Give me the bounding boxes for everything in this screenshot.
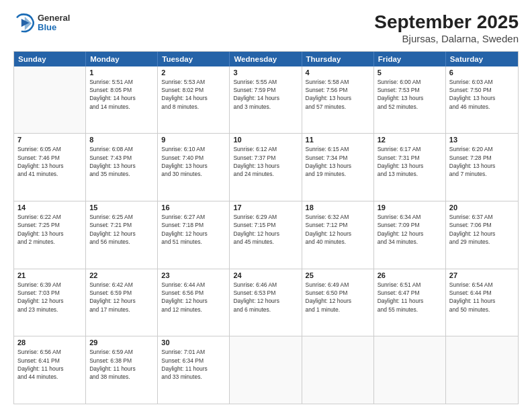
calendar-cell: 29Sunrise: 6:59 AM Sunset: 6:38 PM Dayli… — [86, 336, 158, 404]
calendar-cell: 24Sunrise: 6:46 AM Sunset: 6:53 PM Dayli… — [230, 269, 302, 336]
day-number: 28 — [17, 338, 82, 347]
header-day-wednesday: Wednesday — [230, 52, 302, 66]
calendar-cell: 6Sunrise: 6:03 AM Sunset: 7:50 PM Daylig… — [446, 66, 518, 134]
calendar-cell: 2Sunrise: 5:53 AM Sunset: 8:02 PM Daylig… — [158, 66, 230, 134]
header-day-tuesday: Tuesday — [158, 52, 230, 66]
calendar-cell: 17Sunrise: 6:29 AM Sunset: 7:15 PM Dayli… — [230, 201, 302, 269]
day-info: Sunrise: 6:51 AM Sunset: 6:47 PM Dayligh… — [378, 281, 442, 314]
day-number: 11 — [306, 136, 370, 144]
day-number: 21 — [17, 271, 82, 279]
calendar-body: 1Sunrise: 5:51 AM Sunset: 8:05 PM Daylig… — [14, 66, 518, 404]
calendar-cell — [230, 336, 302, 404]
calendar-cell: 28Sunrise: 6:56 AM Sunset: 6:41 PM Dayli… — [14, 336, 86, 404]
calendar-row-3: 21Sunrise: 6:39 AM Sunset: 7:03 PM Dayli… — [14, 269, 518, 337]
calendar-cell: 10Sunrise: 6:12 AM Sunset: 7:37 PM Dayli… — [230, 134, 302, 201]
logo-general-label: General — [38, 13, 70, 23]
calendar-cell: 21Sunrise: 6:39 AM Sunset: 7:03 PM Dayli… — [14, 269, 86, 336]
day-info: Sunrise: 6:00 AM Sunset: 7:53 PM Dayligh… — [378, 78, 442, 111]
day-number: 23 — [161, 271, 226, 279]
day-info: Sunrise: 7:01 AM Sunset: 6:34 PM Dayligh… — [161, 348, 226, 381]
calendar-cell: 8Sunrise: 6:08 AM Sunset: 7:43 PM Daylig… — [86, 134, 158, 201]
day-info: Sunrise: 6:37 AM Sunset: 7:06 PM Dayligh… — [449, 213, 515, 246]
header-day-sunday: Sunday — [14, 52, 86, 66]
header-day-saturday: Saturday — [446, 52, 518, 66]
day-number: 12 — [378, 136, 442, 144]
calendar-row-2: 14Sunrise: 6:22 AM Sunset: 7:25 PM Dayli… — [14, 201, 518, 269]
day-number: 8 — [89, 136, 154, 144]
day-number: 6 — [449, 68, 515, 77]
logo-icon — [13, 12, 35, 34]
day-info: Sunrise: 6:05 AM Sunset: 7:46 PM Dayligh… — [17, 145, 82, 178]
day-info: Sunrise: 6:25 AM Sunset: 7:21 PM Dayligh… — [89, 213, 154, 246]
calendar-cell: 25Sunrise: 6:49 AM Sunset: 6:50 PM Dayli… — [302, 269, 374, 336]
day-number: 9 — [161, 136, 226, 144]
calendar-cell — [302, 336, 374, 404]
day-info: Sunrise: 6:34 AM Sunset: 7:09 PM Dayligh… — [378, 213, 442, 246]
day-number: 4 — [306, 68, 370, 77]
day-number: 13 — [449, 136, 515, 144]
logo-text: General Blue — [38, 13, 70, 33]
calendar-cell — [446, 336, 518, 404]
day-number: 18 — [306, 203, 370, 212]
header-day-thursday: Thursday — [302, 52, 374, 66]
calendar-cell: 22Sunrise: 6:42 AM Sunset: 6:59 PM Dayli… — [86, 269, 158, 336]
day-number: 19 — [378, 203, 442, 212]
calendar-cell: 11Sunrise: 6:15 AM Sunset: 7:34 PM Dayli… — [302, 134, 374, 201]
day-number: 2 — [161, 68, 226, 77]
page-subtitle: Bjursas, Dalarna, Sweden — [374, 33, 519, 44]
calendar-cell: 26Sunrise: 6:51 AM Sunset: 6:47 PM Dayli… — [374, 269, 446, 336]
day-info: Sunrise: 6:49 AM Sunset: 6:50 PM Dayligh… — [306, 281, 370, 314]
day-number: 3 — [233, 68, 298, 77]
day-number: 29 — [89, 338, 154, 347]
day-number: 5 — [378, 68, 442, 77]
calendar-cell: 30Sunrise: 7:01 AM Sunset: 6:34 PM Dayli… — [158, 336, 230, 404]
title-block: September 2025 Bjursas, Dalarna, Sweden — [374, 12, 519, 44]
day-info: Sunrise: 6:03 AM Sunset: 7:50 PM Dayligh… — [449, 78, 515, 111]
day-number: 16 — [161, 203, 226, 212]
day-number: 25 — [306, 271, 370, 279]
calendar-cell: 14Sunrise: 6:22 AM Sunset: 7:25 PM Dayli… — [14, 201, 86, 269]
day-info: Sunrise: 6:15 AM Sunset: 7:34 PM Dayligh… — [306, 145, 370, 178]
calendar-header: SundayMondayTuesdayWednesdayThursdayFrid… — [14, 52, 518, 66]
day-info: Sunrise: 6:56 AM Sunset: 6:41 PM Dayligh… — [17, 348, 82, 381]
logo: General Blue — [13, 12, 70, 34]
day-info: Sunrise: 6:22 AM Sunset: 7:25 PM Dayligh… — [17, 213, 82, 246]
day-number: 15 — [89, 203, 154, 212]
day-number: 24 — [233, 271, 298, 279]
day-number: 10 — [233, 136, 298, 144]
calendar-cell: 19Sunrise: 6:34 AM Sunset: 7:09 PM Dayli… — [374, 201, 446, 269]
day-number: 17 — [233, 203, 298, 212]
calendar-cell — [374, 336, 446, 404]
header: General Blue September 2025 Bjursas, Dal… — [13, 12, 519, 44]
day-info: Sunrise: 6:08 AM Sunset: 7:43 PM Dayligh… — [89, 145, 154, 178]
calendar-cell: 20Sunrise: 6:37 AM Sunset: 7:06 PM Dayli… — [446, 201, 518, 269]
day-number: 7 — [17, 136, 82, 144]
calendar-cell: 27Sunrise: 6:54 AM Sunset: 6:44 PM Dayli… — [446, 269, 518, 336]
logo-blue-label: Blue — [38, 23, 70, 32]
day-info: Sunrise: 6:59 AM Sunset: 6:38 PM Dayligh… — [89, 348, 154, 381]
day-info: Sunrise: 6:44 AM Sunset: 6:56 PM Dayligh… — [161, 281, 226, 314]
day-info: Sunrise: 6:27 AM Sunset: 7:18 PM Dayligh… — [161, 213, 226, 246]
calendar-cell: 4Sunrise: 5:58 AM Sunset: 7:56 PM Daylig… — [302, 66, 374, 134]
day-info: Sunrise: 6:17 AM Sunset: 7:31 PM Dayligh… — [378, 145, 442, 178]
day-info: Sunrise: 6:42 AM Sunset: 6:59 PM Dayligh… — [89, 281, 154, 314]
day-info: Sunrise: 6:46 AM Sunset: 6:53 PM Dayligh… — [233, 281, 298, 314]
day-info: Sunrise: 5:55 AM Sunset: 7:59 PM Dayligh… — [233, 78, 298, 111]
day-info: Sunrise: 5:58 AM Sunset: 7:56 PM Dayligh… — [306, 78, 370, 111]
calendar-cell: 12Sunrise: 6:17 AM Sunset: 7:31 PM Dayli… — [374, 134, 446, 201]
calendar-cell: 18Sunrise: 6:32 AM Sunset: 7:12 PM Dayli… — [302, 201, 374, 269]
calendar-cell — [14, 66, 86, 134]
header-day-friday: Friday — [374, 52, 446, 66]
calendar-row-0: 1Sunrise: 5:51 AM Sunset: 8:05 PM Daylig… — [14, 66, 518, 134]
calendar-cell: 3Sunrise: 5:55 AM Sunset: 7:59 PM Daylig… — [230, 66, 302, 134]
day-number: 26 — [378, 271, 442, 279]
day-info: Sunrise: 5:51 AM Sunset: 8:05 PM Dayligh… — [89, 78, 154, 111]
calendar-cell: 9Sunrise: 6:10 AM Sunset: 7:40 PM Daylig… — [158, 134, 230, 201]
calendar-cell: 5Sunrise: 6:00 AM Sunset: 7:53 PM Daylig… — [374, 66, 446, 134]
calendar-cell: 13Sunrise: 6:20 AM Sunset: 7:28 PM Dayli… — [446, 134, 518, 201]
calendar-row-1: 7Sunrise: 6:05 AM Sunset: 7:46 PM Daylig… — [14, 134, 518, 201]
day-number: 22 — [89, 271, 154, 279]
header-day-monday: Monday — [86, 52, 158, 66]
day-number: 27 — [449, 271, 515, 279]
calendar: SundayMondayTuesdayWednesdayThursdayFrid… — [13, 51, 519, 404]
